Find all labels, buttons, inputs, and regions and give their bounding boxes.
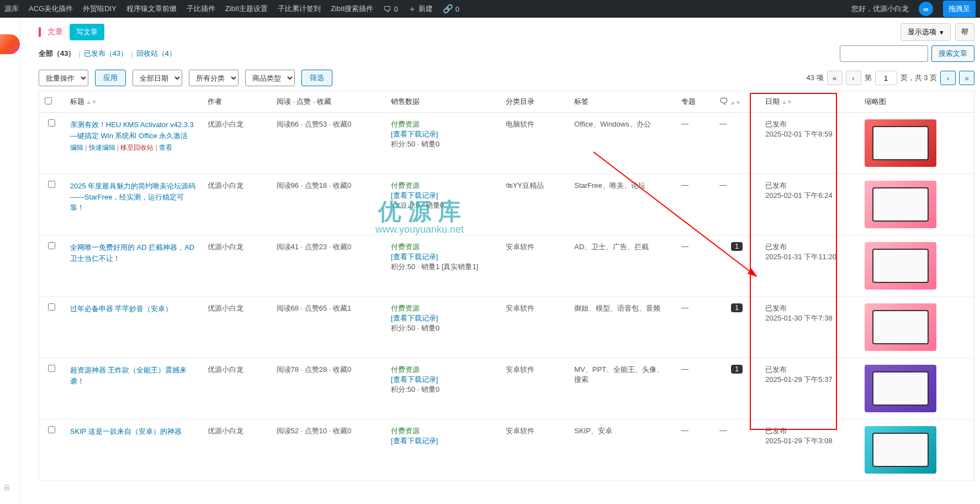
- post-title-link[interactable]: 2025 年度最具魅力的简约唯美论坛源码 ——StarFree，经实测，运行稳定…: [70, 182, 196, 212]
- cell-tags[interactable]: MV、PPT、全能王、头像、搜索: [569, 358, 676, 419]
- comment-badge: 1: [731, 365, 743, 374]
- post-title-link[interactable]: 超资源神器 王炸款（全能王）震撼来袭！: [70, 366, 187, 385]
- adminbar-item-1[interactable]: ACG美化插件: [29, 4, 73, 14]
- cell-category[interactable]: 安卓软件: [500, 358, 569, 419]
- adminbar-links[interactable]: 🔗0: [443, 4, 459, 14]
- last-page-button[interactable]: »: [959, 71, 974, 85]
- view-all[interactable]: 全部（43）: [39, 49, 75, 59]
- cell-category[interactable]: 安卓软件: [500, 235, 569, 297]
- goods-type-select[interactable]: 商品类型: [245, 70, 295, 86]
- select-all-checkbox[interactable]: [45, 97, 52, 104]
- trash-link[interactable]: 移至回收站: [120, 144, 153, 151]
- cell-thumb[interactable]: [859, 419, 974, 481]
- prev-page-button[interactable]: ‹: [846, 71, 861, 85]
- first-page-button[interactable]: «: [827, 71, 843, 85]
- download-log-link[interactable]: [查看下载记录]: [391, 130, 438, 138]
- download-log-link[interactable]: [查看下载记录]: [391, 314, 438, 322]
- drag-to-button[interactable]: 拖拽至: [943, 1, 976, 17]
- adminbar-new[interactable]: ＋新建: [408, 4, 433, 14]
- cell-thumb[interactable]: [859, 297, 974, 358]
- cell-tags[interactable]: StarFree、唯美、论坛: [569, 174, 676, 235]
- sale-type: 付费资源: [391, 427, 420, 435]
- bulk-action-select[interactable]: 批量操作: [39, 70, 88, 86]
- view-published[interactable]: 已发布（43）: [84, 49, 128, 59]
- row-checkbox[interactable]: [48, 119, 55, 127]
- cell-thumb[interactable]: [859, 113, 974, 174]
- adminbar-item-5[interactable]: ZibII主题设置: [225, 4, 268, 14]
- row-checkbox[interactable]: [48, 303, 55, 311]
- row-checkbox[interactable]: [48, 426, 55, 433]
- quick-edit-link[interactable]: 快速编辑: [89, 144, 115, 151]
- download-log-link[interactable]: [查看下载记录]: [391, 375, 438, 384]
- cell-sale: 付费资源[查看下载记录]积分:50 · 销量0: [385, 358, 500, 419]
- cell-tags[interactable]: SKIP、安卓: [569, 419, 676, 481]
- download-log-link[interactable]: [查看下载记录]: [391, 437, 438, 445]
- filter-button[interactable]: 筛选: [301, 70, 332, 86]
- category-filter-select[interactable]: 所有分类: [189, 70, 239, 86]
- cell-thumb[interactable]: [859, 174, 974, 235]
- admin-bar: 源库 ACG美化插件 外贸啦DIY 程序猿文章前缀 子比插件 ZibII主题设置…: [0, 0, 980, 18]
- date-filter-select[interactable]: 全部日期: [133, 70, 182, 86]
- current-page-input[interactable]: [875, 71, 897, 85]
- download-log-link[interactable]: [查看下载记录]: [391, 191, 438, 200]
- cell-sale: 付费资源[查看下载记录]: [385, 419, 500, 481]
- adminbar-item-6[interactable]: 子比累计签到: [278, 4, 321, 14]
- cell-category[interactable]: 电脑软件: [500, 113, 569, 174]
- view-link[interactable]: 查看: [159, 144, 172, 151]
- cell-date: 已发布2025-01-29 下午5:37: [760, 358, 859, 419]
- cell-author[interactable]: 优源小白龙: [202, 358, 271, 419]
- post-title-link[interactable]: 过年必备申器 芊芊妙音（安卓）: [70, 305, 173, 313]
- adminbar-item-0[interactable]: 源库: [4, 4, 19, 14]
- adminbar-greeting[interactable]: 您好，优源小白龙: [851, 4, 909, 14]
- screen-options-button[interactable]: 显示选项▾: [900, 23, 951, 41]
- cell-thumb[interactable]: [859, 358, 974, 419]
- adminbar-item-4[interactable]: 子比插件: [187, 4, 215, 14]
- cell-sale: 付费资源[查看下载记录]积分:50 · 销量0: [385, 297, 500, 358]
- cell-author[interactable]: 优源小白龙: [202, 174, 271, 235]
- cell-thumb[interactable]: [859, 235, 974, 297]
- page-title: 文章: [47, 27, 63, 37]
- cell-tags[interactable]: 御姐、模型、语音包、音频: [569, 297, 676, 358]
- cell-category[interactable]: 🛍YY豆精品: [500, 174, 569, 235]
- adminbar-item-2[interactable]: 外贸啦DIY: [83, 4, 116, 14]
- cloud-icon[interactable]: ∞: [919, 2, 933, 16]
- cell-tags[interactable]: AD、卫士、广告、拦截: [569, 235, 676, 297]
- col-title[interactable]: 标题▲▼: [65, 91, 202, 113]
- left-nav-active[interactable]: [0, 34, 20, 54]
- left-nav-show[interactable]: 示: [0, 478, 13, 481]
- write-post-button[interactable]: 写文章: [70, 24, 104, 40]
- post-title-link[interactable]: SKIP 这是一款来自（安卓）的神器: [70, 427, 182, 435]
- adminbar-item-7[interactable]: ZibII搜索插件: [331, 4, 373, 14]
- col-date[interactable]: 日期▲▼: [760, 91, 859, 113]
- cell-author[interactable]: 优源小白龙: [202, 297, 271, 358]
- cell-comments[interactable]: 1: [714, 297, 760, 358]
- cell-rlf: 阅读68 · 点赞65 · 收藏1: [271, 297, 386, 358]
- adminbar-comments-count: 0: [394, 5, 398, 13]
- cell-author[interactable]: 优源小白龙: [202, 235, 271, 297]
- col-comments[interactable]: 🗨▲▼: [714, 91, 760, 113]
- row-checkbox[interactable]: [48, 242, 55, 249]
- cell-author[interactable]: 优源小白龙: [202, 113, 271, 174]
- cell-tags[interactable]: Office、Windows、办公: [569, 113, 676, 174]
- adminbar-new-label: 新建: [419, 4, 433, 14]
- adminbar-item-3[interactable]: 程序猿文章前缀: [126, 4, 177, 14]
- help-button[interactable]: 帮: [955, 23, 974, 41]
- adminbar-comments[interactable]: 🗨0: [383, 4, 398, 14]
- cell-category[interactable]: 安卓软件: [500, 419, 569, 481]
- search-input[interactable]: [840, 45, 928, 62]
- edit-link[interactable]: 编辑: [70, 144, 83, 151]
- post-title-link[interactable]: 全网唯一免费好用的 AD 拦截神器，AD 卫士当仁不让！: [70, 243, 194, 262]
- row-checkbox[interactable]: [48, 365, 55, 372]
- cell-category[interactable]: 安卓软件: [500, 297, 569, 358]
- view-trash[interactable]: 回收站（4）: [136, 49, 176, 59]
- download-log-link[interactable]: [查看下载记录]: [391, 253, 438, 261]
- col-thumb: 缩略图: [859, 91, 974, 113]
- apply-button[interactable]: 应用: [95, 70, 126, 86]
- cell-comments[interactable]: 1: [714, 235, 760, 297]
- row-checkbox[interactable]: [48, 181, 55, 188]
- next-page-button[interactable]: ›: [940, 71, 956, 85]
- cell-author[interactable]: 优源小白龙: [202, 419, 271, 481]
- cell-comments[interactable]: 1: [714, 358, 760, 419]
- post-title-link[interactable]: 亲测有效！HEU KMS Activator v42.3.3 —键搞定 Win …: [70, 120, 194, 140]
- search-button[interactable]: 搜索文章: [931, 45, 974, 62]
